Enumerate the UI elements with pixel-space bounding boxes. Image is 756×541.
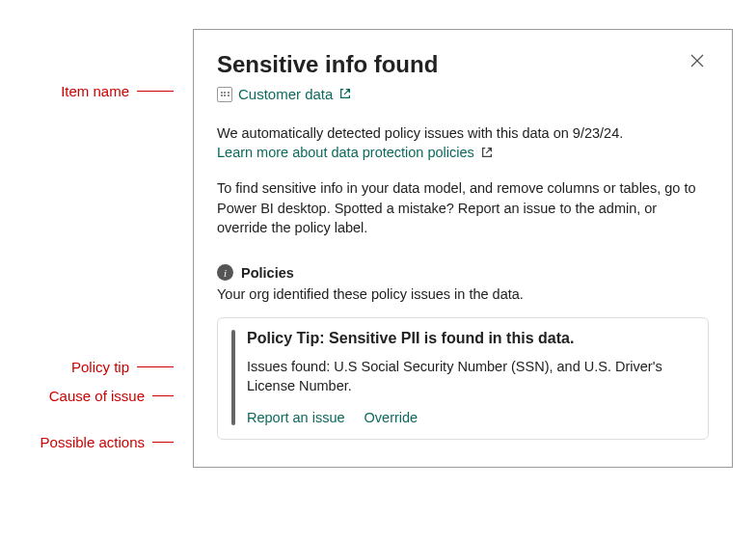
annotation-policy-tip: Policy tip [39, 359, 174, 375]
annotation-cause-of-issue: Cause of issue [39, 388, 174, 404]
override-link[interactable]: Override [364, 410, 418, 425]
learn-more-label: Learn more about data protection policie… [217, 145, 474, 160]
external-link-icon [338, 87, 352, 100]
dialog-header: Sensitive info found [217, 51, 709, 78]
dataset-icon [217, 87, 232, 102]
policy-card: Policy Tip: Sensitive PII is found in th… [217, 317, 709, 440]
annotation-line [152, 442, 174, 444]
annotation-line [137, 366, 174, 368]
external-link-icon [480, 146, 494, 159]
dialog-title: Sensitive info found [217, 51, 438, 78]
item-name-link[interactable]: Customer data [238, 86, 333, 102]
policy-issues-text: Issues found: U.S Social Security Number… [247, 357, 694, 396]
policy-content: Policy Tip: Sensitive PII is found in th… [247, 330, 694, 425]
policies-label: Policies [241, 265, 294, 281]
annotation-label: Possible actions [40, 434, 145, 450]
learn-more-link[interactable]: Learn more about data protection policie… [217, 145, 495, 160]
info-icon: i [217, 264, 233, 281]
close-icon [689, 53, 705, 68]
annotation-label: Cause of issue [49, 388, 145, 404]
external-link-icon-wrap [480, 146, 495, 160]
annotation-possible-actions: Possible actions [29, 434, 174, 450]
item-row: Customer data [217, 86, 709, 102]
report-issue-link[interactable]: Report an issue [247, 410, 345, 425]
instructions-text: To find sensitive info in your data mode… [217, 178, 709, 237]
detection-text: We automatically detected policy issues … [217, 123, 709, 143]
policy-tip-title: Policy Tip: Sensitive PII is found in th… [247, 330, 694, 347]
sensitive-info-dialog: Sensitive info found Customer data We au… [193, 29, 733, 468]
close-button[interactable] [686, 51, 709, 73]
policies-description: Your org identified these policy issues … [217, 286, 709, 302]
annotation-line [137, 91, 174, 93]
policy-accent-bar [231, 330, 235, 425]
annotation-line [152, 395, 174, 397]
policies-header: i Policies [217, 264, 709, 281]
policy-actions: Report an issue Override [247, 410, 694, 425]
open-external-button[interactable] [338, 87, 353, 101]
annotation-label: Item name [61, 83, 129, 99]
annotation-item-name: Item name [39, 83, 174, 99]
annotation-label: Policy tip [71, 359, 129, 375]
